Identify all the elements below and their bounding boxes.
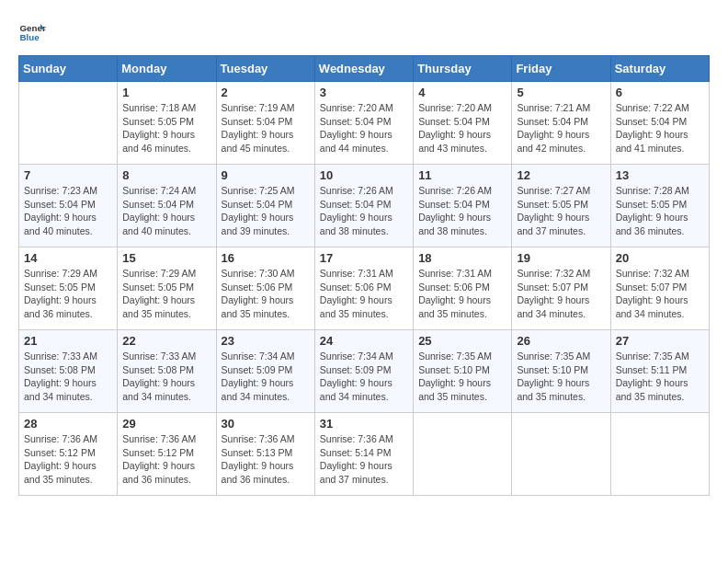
day-number: 1 xyxy=(122,86,210,99)
day-number: 26 xyxy=(517,334,605,348)
calendar-cell xyxy=(19,82,118,165)
day-number: 23 xyxy=(222,334,310,348)
calendar-cell: 29Sunrise: 7:36 AM Sunset: 5:12 PM Dayli… xyxy=(118,413,216,496)
day-info: Sunrise: 7:36 AM Sunset: 5:12 PM Dayligh… xyxy=(122,432,210,487)
day-number: 2 xyxy=(222,86,310,99)
day-number: 6 xyxy=(616,86,704,99)
calendar-cell: 17Sunrise: 7:31 AM Sunset: 5:06 PM Dayli… xyxy=(314,247,413,330)
day-info: Sunrise: 7:33 AM Sunset: 5:08 PM Dayligh… xyxy=(122,350,210,404)
day-number: 10 xyxy=(320,168,408,182)
column-header-tuesday: Tuesday xyxy=(216,56,314,82)
calendar-cell xyxy=(610,413,709,496)
day-info: Sunrise: 7:20 AM Sunset: 5:04 PM Dayligh… xyxy=(418,101,506,155)
calendar-cell: 6Sunrise: 7:22 AM Sunset: 5:04 PM Daylig… xyxy=(610,82,709,165)
calendar-cell xyxy=(512,413,610,496)
day-number: 11 xyxy=(418,168,506,182)
day-number: 24 xyxy=(320,334,408,348)
day-info: Sunrise: 7:30 AM Sunset: 5:06 PM Dayligh… xyxy=(222,267,310,321)
calendar-cell: 8Sunrise: 7:24 AM Sunset: 5:04 PM Daylig… xyxy=(118,165,216,247)
page-header: General Blue xyxy=(18,18,710,46)
day-info: Sunrise: 7:34 AM Sunset: 5:09 PM Dayligh… xyxy=(320,350,408,404)
week-row-3: 14Sunrise: 7:29 AM Sunset: 5:05 PM Dayli… xyxy=(19,247,710,330)
calendar-cell: 18Sunrise: 7:31 AM Sunset: 5:06 PM Dayli… xyxy=(414,247,512,330)
day-info: Sunrise: 7:35 AM Sunset: 5:10 PM Dayligh… xyxy=(517,350,605,404)
calendar-cell: 10Sunrise: 7:26 AM Sunset: 5:04 PM Dayli… xyxy=(314,165,413,247)
calendar-cell: 13Sunrise: 7:28 AM Sunset: 5:05 PM Dayli… xyxy=(610,165,709,247)
day-info: Sunrise: 7:35 AM Sunset: 5:10 PM Dayligh… xyxy=(418,350,506,404)
day-number: 5 xyxy=(517,86,605,99)
day-info: Sunrise: 7:26 AM Sunset: 5:04 PM Dayligh… xyxy=(418,184,506,238)
day-info: Sunrise: 7:31 AM Sunset: 5:06 PM Dayligh… xyxy=(418,267,506,321)
header-row: SundayMondayTuesdayWednesdayThursdayFrid… xyxy=(19,56,710,82)
day-info: Sunrise: 7:27 AM Sunset: 5:05 PM Dayligh… xyxy=(517,184,605,238)
calendar-cell: 5Sunrise: 7:21 AM Sunset: 5:04 PM Daylig… xyxy=(512,82,610,165)
calendar-cell: 2Sunrise: 7:19 AM Sunset: 5:04 PM Daylig… xyxy=(216,82,314,165)
day-info: Sunrise: 7:34 AM Sunset: 5:09 PM Dayligh… xyxy=(222,350,310,404)
calendar-cell: 27Sunrise: 7:35 AM Sunset: 5:11 PM Dayli… xyxy=(610,330,709,413)
day-number: 16 xyxy=(222,251,310,265)
day-info: Sunrise: 7:32 AM Sunset: 5:07 PM Dayligh… xyxy=(616,267,704,321)
column-header-sunday: Sunday xyxy=(19,56,118,82)
calendar-cell: 16Sunrise: 7:30 AM Sunset: 5:06 PM Dayli… xyxy=(216,247,314,330)
day-info: Sunrise: 7:28 AM Sunset: 5:05 PM Dayligh… xyxy=(616,184,704,238)
calendar-table: SundayMondayTuesdayWednesdayThursdayFrid… xyxy=(18,55,710,496)
day-info: Sunrise: 7:25 AM Sunset: 5:04 PM Dayligh… xyxy=(222,184,310,238)
calendar-cell: 4Sunrise: 7:20 AM Sunset: 5:04 PM Daylig… xyxy=(414,82,512,165)
day-number: 9 xyxy=(222,168,310,182)
calendar-cell: 23Sunrise: 7:34 AM Sunset: 5:09 PM Dayli… xyxy=(216,330,314,413)
day-number: 22 xyxy=(122,334,210,348)
day-info: Sunrise: 7:24 AM Sunset: 5:04 PM Dayligh… xyxy=(122,184,210,238)
day-number: 20 xyxy=(616,251,704,265)
week-row-5: 28Sunrise: 7:36 AM Sunset: 5:12 PM Dayli… xyxy=(19,413,710,496)
day-info: Sunrise: 7:19 AM Sunset: 5:04 PM Dayligh… xyxy=(222,101,310,155)
day-info: Sunrise: 7:29 AM Sunset: 5:05 PM Dayligh… xyxy=(24,267,112,321)
calendar-cell: 28Sunrise: 7:36 AM Sunset: 5:12 PM Dayli… xyxy=(19,413,118,496)
day-info: Sunrise: 7:26 AM Sunset: 5:04 PM Dayligh… xyxy=(320,184,408,238)
day-info: Sunrise: 7:23 AM Sunset: 5:04 PM Dayligh… xyxy=(24,184,112,238)
calendar-cell: 3Sunrise: 7:20 AM Sunset: 5:04 PM Daylig… xyxy=(314,82,413,165)
day-info: Sunrise: 7:18 AM Sunset: 5:05 PM Dayligh… xyxy=(122,101,210,155)
week-row-2: 7Sunrise: 7:23 AM Sunset: 5:04 PM Daylig… xyxy=(19,165,710,247)
day-number: 30 xyxy=(222,417,310,431)
day-number: 27 xyxy=(616,334,704,348)
day-number: 12 xyxy=(517,168,605,182)
logo: General Blue xyxy=(18,18,46,46)
day-info: Sunrise: 7:33 AM Sunset: 5:08 PM Dayligh… xyxy=(24,350,112,404)
calendar-cell: 11Sunrise: 7:26 AM Sunset: 5:04 PM Dayli… xyxy=(414,165,512,247)
day-number: 18 xyxy=(418,251,506,265)
day-info: Sunrise: 7:22 AM Sunset: 5:04 PM Dayligh… xyxy=(616,101,704,155)
day-number: 3 xyxy=(320,86,408,99)
day-number: 17 xyxy=(320,251,408,265)
calendar-cell: 12Sunrise: 7:27 AM Sunset: 5:05 PM Dayli… xyxy=(512,165,610,247)
calendar-cell: 22Sunrise: 7:33 AM Sunset: 5:08 PM Dayli… xyxy=(118,330,216,413)
calendar-cell: 19Sunrise: 7:32 AM Sunset: 5:07 PM Dayli… xyxy=(512,247,610,330)
calendar-cell: 14Sunrise: 7:29 AM Sunset: 5:05 PM Dayli… xyxy=(19,247,118,330)
calendar-cell: 30Sunrise: 7:36 AM Sunset: 5:13 PM Dayli… xyxy=(216,413,314,496)
svg-text:Blue: Blue xyxy=(20,32,40,42)
calendar-cell: 7Sunrise: 7:23 AM Sunset: 5:04 PM Daylig… xyxy=(19,165,118,247)
column-header-friday: Friday xyxy=(512,56,610,82)
day-number: 7 xyxy=(24,168,112,182)
day-info: Sunrise: 7:32 AM Sunset: 5:07 PM Dayligh… xyxy=(517,267,605,321)
day-number: 19 xyxy=(517,251,605,265)
day-info: Sunrise: 7:29 AM Sunset: 5:05 PM Dayligh… xyxy=(122,267,210,321)
calendar-cell: 21Sunrise: 7:33 AM Sunset: 5:08 PM Dayli… xyxy=(19,330,118,413)
day-number: 28 xyxy=(24,417,112,431)
day-info: Sunrise: 7:36 AM Sunset: 5:12 PM Dayligh… xyxy=(24,432,112,487)
day-number: 25 xyxy=(418,334,506,348)
day-info: Sunrise: 7:21 AM Sunset: 5:04 PM Dayligh… xyxy=(517,101,605,155)
calendar-cell: 25Sunrise: 7:35 AM Sunset: 5:10 PM Dayli… xyxy=(414,330,512,413)
day-number: 31 xyxy=(320,417,408,431)
calendar-cell: 9Sunrise: 7:25 AM Sunset: 5:04 PM Daylig… xyxy=(216,165,314,247)
calendar-cell: 20Sunrise: 7:32 AM Sunset: 5:07 PM Dayli… xyxy=(610,247,709,330)
day-info: Sunrise: 7:20 AM Sunset: 5:04 PM Dayligh… xyxy=(320,101,408,155)
calendar-cell: 26Sunrise: 7:35 AM Sunset: 5:10 PM Dayli… xyxy=(512,330,610,413)
day-number: 29 xyxy=(122,417,210,431)
day-number: 8 xyxy=(122,168,210,182)
day-number: 4 xyxy=(418,86,506,99)
calendar-cell: 15Sunrise: 7:29 AM Sunset: 5:05 PM Dayli… xyxy=(118,247,216,330)
day-info: Sunrise: 7:36 AM Sunset: 5:13 PM Dayligh… xyxy=(222,432,310,487)
calendar-cell xyxy=(414,413,512,496)
day-info: Sunrise: 7:31 AM Sunset: 5:06 PM Dayligh… xyxy=(320,267,408,321)
day-number: 21 xyxy=(24,334,112,348)
